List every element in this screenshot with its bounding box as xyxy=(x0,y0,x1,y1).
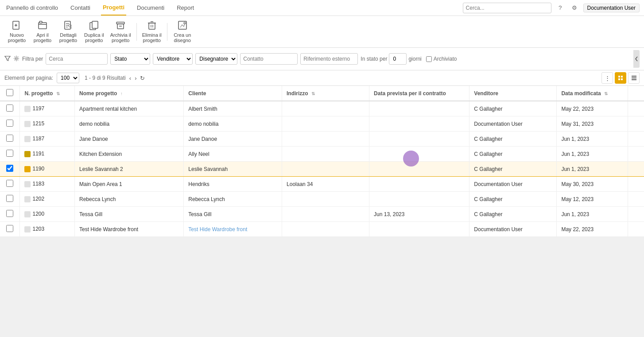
row-checkbox[interactable] xyxy=(6,135,13,142)
archiviato-checkbox[interactable] xyxy=(426,56,432,62)
row-data-modificata: May 31, 2023 xyxy=(557,116,628,132)
archive-project-icon xyxy=(116,20,125,31)
filter-icon[interactable] xyxy=(4,55,11,63)
collapse-panel-button[interactable] xyxy=(633,50,640,68)
apri-progetto-button[interactable]: Apri il progetto xyxy=(30,19,55,45)
refresh-button[interactable]: ↻ xyxy=(140,75,145,81)
riferimento-filter[interactable] xyxy=(300,53,358,65)
col-header-indirizzo[interactable]: Indirizzo ⇅ xyxy=(282,86,369,101)
row-cliente: Albert Smith xyxy=(184,101,282,116)
col-header-data-contratto[interactable]: Data prevista per il contratto xyxy=(369,86,469,101)
user-button[interactable]: Documentation User xyxy=(583,4,640,12)
row-color-dot xyxy=(24,151,31,157)
col-header-n-progetto[interactable]: N. progetto ⇅ xyxy=(20,86,75,101)
stato-filter[interactable]: Stato xyxy=(110,53,150,65)
archivia-progetto-button[interactable]: Archivia il progetto xyxy=(108,19,134,45)
row-checkbox-cell[interactable] xyxy=(0,101,20,116)
giorni-label: giorni xyxy=(408,56,421,62)
nav-item-contatti[interactable]: Contatti xyxy=(69,0,92,15)
new-project-icon xyxy=(12,20,22,31)
row-checkbox[interactable] xyxy=(6,180,13,187)
giorni-input[interactable] xyxy=(389,53,407,65)
settings-icon-button[interactable]: ⚙ xyxy=(569,3,580,13)
open-project-icon xyxy=(38,20,47,31)
row-checkbox-cell[interactable] xyxy=(0,207,20,222)
row-checkbox[interactable] xyxy=(6,210,13,217)
nav-item-progetti[interactable]: Progetti xyxy=(101,0,126,15)
table-row[interactable]: 1187 Jane Danoe Jane Danoe C Gallagher J… xyxy=(0,132,644,147)
row-checkbox[interactable] xyxy=(6,165,13,172)
table-row[interactable]: 1197 Apartment rental kitchen Albert Smi… xyxy=(0,101,644,116)
table-row[interactable]: 1183 Main Open Area 1 Hendriks Loolaan 3… xyxy=(0,177,644,192)
per-page-select[interactable]: 100 xyxy=(57,73,79,83)
row-actions xyxy=(628,192,644,207)
row-checkbox[interactable] xyxy=(6,120,13,127)
next-page-button[interactable]: › xyxy=(135,75,136,81)
table-row[interactable]: 1190 Leslie Savannah 2 Leslie Savannah C… xyxy=(0,162,644,177)
contatto-filter[interactable] xyxy=(240,53,298,65)
row-venditore: C Gallagher xyxy=(469,207,557,222)
in-stato-per-wrapper: In stato per giorni xyxy=(361,53,421,65)
col-header-cliente[interactable]: Cliente xyxy=(184,86,282,101)
row-n-progetto: 1202 xyxy=(20,192,75,207)
row-cliente: Ally Neel xyxy=(184,147,282,162)
toolbar: Nuovo progetto Apri il progetto Dettagli… xyxy=(0,16,644,48)
svg-rect-27 xyxy=(632,76,636,77)
nav-item-pannello[interactable]: Pannello di controllo xyxy=(4,0,60,15)
row-cliente[interactable]: Test Hide Wardrobe front xyxy=(184,222,282,237)
table-row[interactable]: 1215 demo nobilia demo nobilia Documenta… xyxy=(0,116,644,132)
prev-page-button[interactable]: ‹ xyxy=(129,75,131,81)
row-checkbox-cell[interactable] xyxy=(0,222,20,237)
row-checkbox-cell[interactable] xyxy=(0,116,20,132)
row-data-modificata: Jun 1, 2023 xyxy=(557,132,628,147)
row-data-contratto xyxy=(369,177,469,192)
duplica-progetto-button[interactable]: Duplica il progetto xyxy=(81,19,107,45)
filter-search-input[interactable] xyxy=(46,53,108,65)
kebab-menu-button[interactable]: ⋮ xyxy=(601,72,613,84)
row-n-progetto: 1191 xyxy=(20,147,75,162)
row-checkbox-cell[interactable] xyxy=(0,192,20,207)
row-checkbox[interactable] xyxy=(6,195,13,202)
grid-view-button[interactable] xyxy=(615,72,626,84)
row-indirizzo xyxy=(282,192,369,207)
table-row[interactable]: 1200 Tessa Gill Tessa Gill Jun 13, 2023 … xyxy=(0,207,644,222)
dettagli-progetto-button[interactable]: Dettagli progetto xyxy=(56,19,81,45)
results-label: 1 - 9 di 9 Risultati xyxy=(85,75,126,81)
table-row[interactable]: 1202 Rebecca Lynch Rebecca Lynch C Galla… xyxy=(0,192,644,207)
elimina-progetto-label: Elimina il progetto xyxy=(142,32,162,43)
row-indirizzo xyxy=(282,132,369,147)
row-checkbox[interactable] xyxy=(6,150,13,157)
row-data-modificata: Jun 1, 2023 xyxy=(557,147,628,162)
search-input[interactable] xyxy=(463,3,551,13)
client-link[interactable]: Test Hide Wardrobe front xyxy=(188,226,247,232)
nav-item-report[interactable]: Report xyxy=(175,0,196,15)
top-nav: Pannello di controllo Contatti Progetti … xyxy=(0,0,644,16)
col-header-venditore[interactable]: Venditore xyxy=(469,86,557,101)
disegnatore-filter[interactable]: Disegnatore xyxy=(195,53,237,65)
venditore-filter[interactable]: Venditore xyxy=(153,53,193,65)
row-checkbox-cell[interactable] xyxy=(0,147,20,162)
settings-filter-icon[interactable] xyxy=(13,55,19,63)
select-all-checkbox[interactable] xyxy=(6,89,13,96)
row-checkbox-cell[interactable] xyxy=(0,162,20,177)
row-checkbox[interactable] xyxy=(6,105,13,112)
table-row[interactable]: 1203 Test Hide Wardrobe front Test Hide … xyxy=(0,222,644,237)
select-all-column[interactable] xyxy=(0,86,20,101)
col-header-data-modificata[interactable]: Data modificata ⇅ xyxy=(557,86,628,101)
list-view-button[interactable] xyxy=(628,72,640,84)
row-nome-progetto: Apartment rental kitchen xyxy=(75,101,184,116)
help-icon-button[interactable]: ? xyxy=(555,3,566,13)
table-row[interactable]: 1191 Kitchen Extension Ally Neel C Galla… xyxy=(0,147,644,162)
row-checkbox-cell[interactable] xyxy=(0,132,20,147)
elimina-progetto-button[interactable]: Elimina il progetto xyxy=(140,19,164,45)
row-cliente: demo nobilia xyxy=(184,116,282,132)
nuovo-progetto-button[interactable]: Nuovo progetto xyxy=(4,19,29,45)
crea-disegno-button[interactable]: Crea un disegno xyxy=(170,19,195,45)
row-checkbox[interactable] xyxy=(6,225,13,232)
col-header-nome-progetto[interactable]: Nome progetto ↑ xyxy=(75,86,184,101)
nav-item-documenti[interactable]: Documenti xyxy=(135,0,166,15)
filter-bar: Filtra per Stato Venditore Disegnatore I… xyxy=(0,48,644,70)
svg-rect-28 xyxy=(632,77,636,78)
sort-n-progetto-icon: ⇅ xyxy=(56,91,60,96)
row-checkbox-cell[interactable] xyxy=(0,177,20,192)
